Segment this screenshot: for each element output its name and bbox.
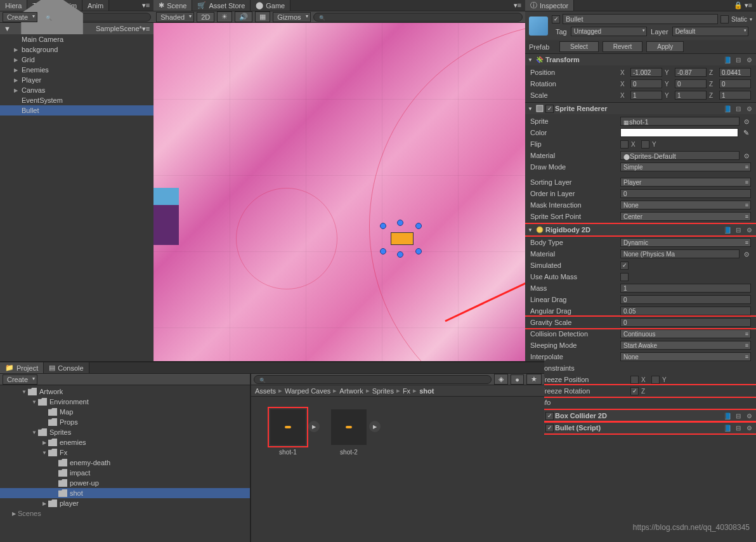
tree-item[interactable]: ▼Fx [0,447,250,458]
gear-icon[interactable]: ⚙ [745,411,753,420]
object-picker-icon[interactable]: ⊙ [742,152,751,159]
help-icon[interactable]: 📘 [723,55,732,64]
panel-menu-icon[interactable]: ▾≡ [510,0,525,11]
create-dropdown[interactable]: Create [3,374,37,385]
lighting-icon[interactable]: ☀ [217,11,232,22]
breadcrumb-item[interactable]: Artwork [339,387,363,395]
material-field[interactable]: None (Physics Ma [620,249,740,258]
tree-item[interactable]: enemy-death [0,458,250,468]
position-z-field[interactable] [719,68,751,77]
hierarchy-item[interactable]: ▶background [0,44,153,55]
breadcrumb-item[interactable]: Sprites [372,387,394,395]
object-picker-icon[interactable]: ⊙ [742,118,751,125]
tree-item[interactable]: impact [0,468,250,478]
mass-field[interactable] [620,284,751,293]
scene-options-icon[interactable]: ▾≡ [142,25,150,33]
tree-item[interactable]: power-up [0,478,250,488]
hierarchy-item[interactable]: Bullet [0,105,153,116]
component-enabled-checkbox[interactable] [545,412,554,420]
preset-icon[interactable]: ⊟ [734,411,743,420]
gear-icon[interactable]: ⚙ [745,423,753,432]
sleeping-dropdown[interactable]: Start Awake [620,341,751,350]
tab-inspector[interactable]: ⓘInspector [525,0,574,11]
search-input[interactable] [313,13,523,22]
tree-item[interactable]: Map [0,407,250,417]
help-icon[interactable]: 📘 [723,225,732,234]
component-enabled-checkbox[interactable] [545,424,554,432]
chevron-down-icon[interactable]: ▼ [528,106,534,112]
collision-dropdown[interactable]: Continuous [620,329,751,338]
sort-point-dropdown[interactable]: Center [620,212,751,221]
tree-item[interactable]: ▶player [0,498,250,508]
hierarchy-item[interactable]: ▶Canvas [0,85,153,95]
flip-x-checkbox[interactable] [620,140,629,149]
shading-dropdown[interactable]: Shaded [156,12,194,22]
gravityscale-field[interactable] [620,318,751,327]
tab-scene[interactable]: ✱Scene [153,0,192,11]
prefab-apply-button[interactable]: Apply [646,41,684,52]
freeze-x-checkbox[interactable] [630,376,639,384]
scale-x-field[interactable] [630,91,662,100]
scale-z-field[interactable] [719,91,751,100]
preset-icon[interactable]: ⊟ [734,423,743,432]
tree-item[interactable]: ▼Artwork [0,387,250,397]
sprite-field[interactable]: ▦shot-1 [620,117,740,126]
chevron-down-icon[interactable]: ▼ [528,227,534,233]
active-checkbox[interactable] [552,15,560,23]
prefab-select-button[interactable]: Select [559,41,599,52]
prefab-revert-button[interactable]: Revert [603,41,642,52]
simulated-checkbox[interactable] [620,261,629,270]
hierarchy-item[interactable]: ▶Player [0,75,153,85]
static-dropdown-icon[interactable]: ▾ [750,17,752,22]
tree-item[interactable]: ▼Sprites [0,427,250,437]
breadcrumb-item[interactable]: Fx [403,387,410,395]
help-icon[interactable]: 📘 [723,423,732,432]
filter-icon[interactable]: ◈ [494,374,508,385]
sorting-layer-dropdown[interactable]: Player [620,178,751,187]
tab-game[interactable]: ⬤Game [251,0,290,11]
position-x-field[interactable] [630,68,662,77]
eyedropper-icon[interactable]: ✎ [741,129,751,137]
gizmos-dropdown[interactable]: Gizmos [273,12,310,22]
flip-y-checkbox[interactable] [641,140,649,149]
asset-item[interactable]: ▶shot-1 [270,409,306,456]
toggle-2d[interactable]: 2D [197,12,214,22]
hierarchy-item[interactable]: Main Camera [0,34,153,44]
scale-y-field[interactable] [675,91,707,100]
hierarchy-item[interactable]: ▶Grid [0,55,153,65]
tree-item[interactable]: shot [0,488,250,498]
interpolate-dropdown[interactable]: None [620,352,751,361]
lineardrag-field[interactable] [620,295,751,304]
tree-item[interactable]: ▼Environment [0,397,250,407]
object-picker-icon[interactable]: ⊙ [742,251,751,258]
order-field[interactable] [620,189,751,198]
tag-dropdown[interactable]: Untagged [571,27,647,36]
position-y-field[interactable] [675,68,707,77]
fx-icon[interactable]: ▦ [255,11,270,22]
help-icon[interactable]: 📘 [723,104,732,113]
freeze-z-checkbox[interactable] [630,387,639,395]
favorite-icon[interactable]: ★ [526,374,542,385]
rotation-z-field[interactable] [719,79,751,88]
draw-mode-dropdown[interactable]: Simple [620,162,751,171]
material-field[interactable]: ⬤Sprites-Default [620,151,740,160]
scene-header[interactable]: ▼ SampleScene* ▾≡ [0,23,153,34]
audio-icon[interactable]: 🔊 [235,11,252,22]
mask-dropdown[interactable]: None [620,201,751,209]
static-checkbox[interactable] [720,15,729,23]
filter-icon[interactable]: ● [511,374,524,385]
component-enabled-checkbox[interactable] [545,105,554,113]
preset-icon[interactable]: ⊟ [734,225,743,234]
panel-menu-icon[interactable]: ▾≡ [138,0,153,11]
panel-menu-icon[interactable]: 🔒 ▾≡ [730,0,756,11]
tab-project[interactable]: 📁Project [0,362,44,373]
gear-icon[interactable]: ⚙ [745,225,753,234]
layer-dropdown[interactable]: Default [672,27,748,36]
hierarchy-item[interactable]: ▶Enemies [0,65,153,75]
rotation-x-field[interactable] [630,79,662,88]
asset-item[interactable]: ▶shot-2 [331,409,367,456]
bodytype-dropdown[interactable]: Dynamic [620,238,751,247]
angulardrag-field[interactable] [620,307,751,315]
tree-item[interactable]: ▶enemies [0,437,250,447]
color-field[interactable] [620,128,738,137]
